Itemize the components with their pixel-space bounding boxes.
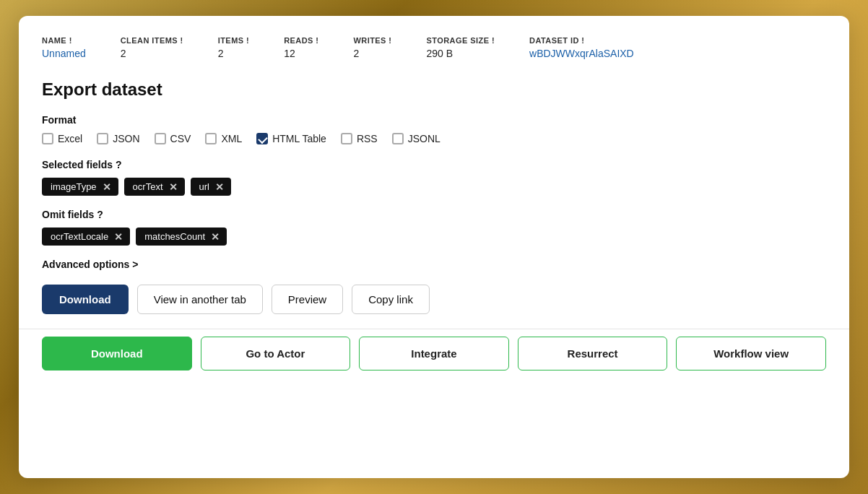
- checkbox-excel[interactable]: [42, 133, 53, 144]
- checkbox-html-table[interactable]: [256, 133, 268, 144]
- tag-matchesCount-remove[interactable]: ✕: [211, 232, 220, 242]
- format-xml[interactable]: XML: [205, 133, 242, 144]
- tag-ocrTextLocale-text: ocrTextLocale: [51, 231, 108, 242]
- tag-ocrTextLocale-remove[interactable]: ✕: [114, 232, 123, 242]
- main-modal: NAME ! Unnamed CLEAN ITEMS ! 2 ITEMS ! 2…: [19, 16, 849, 478]
- reads-label: READS !: [284, 36, 318, 45]
- omit-fields-label: Omit fields ?: [42, 209, 826, 220]
- tag-url-text: url: [199, 181, 209, 192]
- clean-items-label: CLEAN ITEMS !: [121, 36, 183, 45]
- export-title: Export dataset: [42, 79, 826, 100]
- format-excel[interactable]: Excel: [42, 133, 82, 144]
- tag-url: url ✕: [191, 178, 231, 196]
- format-xml-label: XML: [221, 133, 242, 144]
- dataset-id-label: DATASET ID !: [529, 36, 634, 45]
- dataset-id-value: wBDJWWxqrAlaSAIXD: [529, 48, 634, 59]
- storage-value: 290 B: [426, 48, 495, 59]
- checkbox-rss[interactable]: [341, 133, 352, 144]
- writes-label: WRITES !: [353, 36, 391, 45]
- preview-button[interactable]: Preview: [272, 285, 343, 314]
- selected-fields-tags: imageType ✕ ocrText ✕ url ✕: [42, 178, 826, 196]
- header-writes: WRITES ! 2: [353, 36, 391, 59]
- header-clean-items: CLEAN ITEMS ! 2: [121, 36, 183, 59]
- format-html-table[interactable]: HTML Table: [256, 133, 326, 144]
- tag-url-remove[interactable]: ✕: [215, 182, 224, 192]
- header-dataset-id: DATASET ID ! wBDJWWxqrAlaSAIXD: [529, 36, 634, 59]
- download-button[interactable]: Download: [42, 285, 129, 314]
- format-label: Format: [42, 114, 826, 126]
- format-json-label: JSON: [113, 133, 139, 144]
- format-csv-label: CSV: [170, 133, 191, 144]
- actions-row: Download View in another tab Preview Cop…: [42, 285, 826, 314]
- header-reads: READS ! 12: [284, 36, 318, 59]
- storage-label: STORAGE SIZE !: [426, 36, 495, 45]
- format-rss-label: RSS: [357, 133, 378, 144]
- reads-value: 12: [284, 48, 318, 59]
- resurrect-button[interactable]: Resurrect: [518, 337, 668, 370]
- checkbox-xml[interactable]: [205, 133, 217, 144]
- writes-value: 2: [353, 48, 391, 59]
- name-value: Unnamed: [42, 48, 86, 59]
- format-json[interactable]: JSON: [97, 133, 139, 144]
- checkbox-json[interactable]: [97, 133, 108, 144]
- tag-ocrText-remove[interactable]: ✕: [169, 182, 178, 192]
- header-items: ITEMS ! 2: [218, 36, 249, 59]
- omit-fields-section: Omit fields ? ocrTextLocale ✕ matchesCou…: [42, 209, 826, 246]
- format-options: Excel JSON CSV XML HTML Table RSS: [42, 133, 826, 144]
- checkbox-jsonl[interactable]: [392, 133, 404, 144]
- clean-items-value: 2: [121, 48, 183, 59]
- selected-fields-label: Selected fields ?: [42, 159, 826, 170]
- bottom-download-button[interactable]: Download: [42, 337, 192, 370]
- items-value: 2: [218, 48, 249, 59]
- tag-imageType: imageType ✕: [42, 178, 118, 196]
- checkbox-csv[interactable]: [155, 133, 166, 144]
- format-rss[interactable]: RSS: [341, 133, 378, 144]
- items-label: ITEMS !: [218, 36, 249, 45]
- format-excel-label: Excel: [58, 133, 82, 144]
- tag-imageType-remove[interactable]: ✕: [103, 182, 111, 192]
- advanced-options[interactable]: Advanced options >: [42, 259, 826, 270]
- tag-matchesCount: matchesCount ✕: [136, 228, 227, 246]
- format-section: Format Excel JSON CSV XML HTML Table: [42, 114, 826, 144]
- header-row: NAME ! Unnamed CLEAN ITEMS ! 2 ITEMS ! 2…: [42, 36, 826, 59]
- integrate-button[interactable]: Integrate: [359, 337, 509, 370]
- omit-fields-tags: ocrTextLocale ✕ matchesCount ✕: [42, 228, 826, 246]
- selected-fields-section: Selected fields ? imageType ✕ ocrText ✕ …: [42, 159, 826, 196]
- go-to-actor-button[interactable]: Go to Actor: [201, 337, 351, 370]
- name-label: NAME !: [42, 36, 86, 45]
- header-name: NAME ! Unnamed: [42, 36, 86, 59]
- tag-ocrTextLocale: ocrTextLocale ✕: [42, 228, 130, 246]
- tag-ocrText: ocrText ✕: [124, 178, 185, 196]
- workflow-view-button[interactable]: Workflow view: [676, 337, 826, 370]
- format-jsonl-label: JSONL: [408, 133, 440, 144]
- view-another-tab-button[interactable]: View in another tab: [137, 285, 263, 314]
- format-html-table-label: HTML Table: [272, 133, 326, 144]
- tag-imageType-text: imageType: [51, 181, 97, 192]
- format-csv[interactable]: CSV: [155, 133, 191, 144]
- tag-ocrText-text: ocrText: [133, 181, 163, 192]
- copy-link-button[interactable]: Copy link: [352, 285, 430, 314]
- bottom-bar: Download Go to Actor Integrate Resurrect…: [19, 329, 849, 378]
- format-jsonl[interactable]: JSONL: [392, 133, 440, 144]
- tag-matchesCount-text: matchesCount: [144, 231, 205, 242]
- header-storage: STORAGE SIZE ! 290 B: [426, 36, 495, 59]
